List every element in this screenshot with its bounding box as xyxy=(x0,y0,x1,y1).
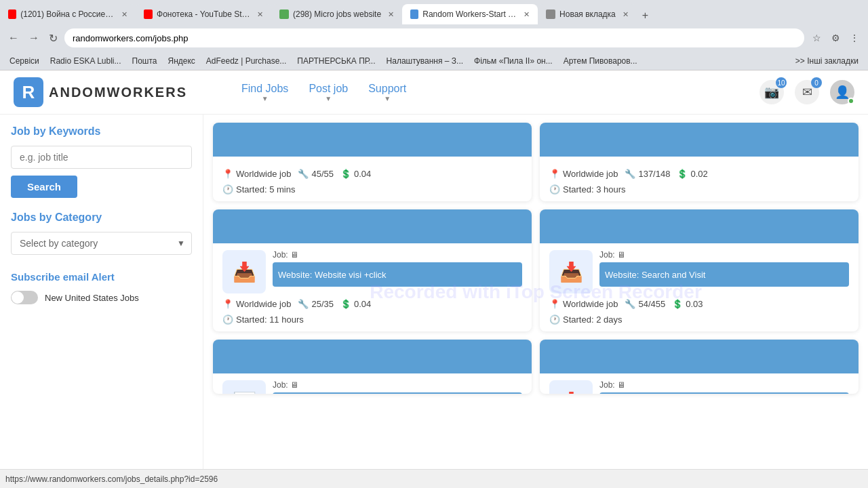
time-text-1: Started: 5 mins xyxy=(236,184,295,195)
bookmark-partner[interactable]: ПАРТНЕРСЬКА ПР... xyxy=(293,55,379,67)
camera-badge: 10 xyxy=(776,77,787,88)
time-icon-2: 🕐 xyxy=(549,184,560,195)
tab-3[interactable]: (298) Micro jobs website ✕ xyxy=(271,4,402,24)
forward-button[interactable]: → xyxy=(26,30,42,45)
location-1: 📍 Worldwide job xyxy=(222,169,291,179)
job-icon-6: 📥 xyxy=(559,391,583,394)
jobs-area: 📍 Worldwide job 🔧 45/55 💲 0.04 xyxy=(203,115,868,402)
job-icon-box-4: 📥 xyxy=(549,250,593,293)
tab-5[interactable]: Новая вкладка ✕ xyxy=(538,4,637,24)
search-button[interactable]: Search xyxy=(11,176,77,198)
job-card-3[interactable]: 📥 Job: 🖥 Website: Website visi +click 📍 xyxy=(213,209,532,331)
tab-favicon-1 xyxy=(8,9,16,19)
bookmark-artem[interactable]: Артем Пивоваров... xyxy=(559,55,642,67)
back-button[interactable]: ← xyxy=(5,30,22,45)
bookmark-poshta[interactable]: Пошта xyxy=(128,55,161,67)
location-text-2: Worldwide job xyxy=(563,169,618,179)
job-icon-4: 📥 xyxy=(559,261,583,283)
location-text-4: Worldwide job xyxy=(563,299,618,309)
user-avatar-wrap[interactable]: 👤 xyxy=(830,80,854,104)
address-bar-row: ← → ↻ ☆ ⚙ ⋮ xyxy=(0,24,868,52)
more-bookmarks-button[interactable]: >> Інші закладки xyxy=(791,55,863,67)
address-input[interactable] xyxy=(64,28,804,47)
slots-2: 🔧 137/148 xyxy=(625,169,670,179)
nav-find-jobs[interactable]: Find Jobs ▼ xyxy=(241,83,288,102)
star-icon[interactable]: ☆ xyxy=(808,30,825,46)
menu-icon[interactable]: ⋮ xyxy=(846,30,863,46)
job-image-row-4: 📥 Job: 🖥 Website: Search and Visit xyxy=(549,250,849,293)
job-card-6[interactable]: 📥 Job: 🖥 Website: Visit 2 Posts xyxy=(540,340,859,394)
sidebar-divider xyxy=(11,198,192,211)
tab-favicon-2 xyxy=(144,9,153,19)
bookmark-yandex[interactable]: Яндекс xyxy=(163,55,199,67)
job-label-wrap-6: Job: 🖥 Website: Visit 2 Posts xyxy=(599,380,849,394)
job-image-row-3: 📥 Job: 🖥 Website: Website visi +click xyxy=(222,250,522,293)
extension-icon[interactable]: ⚙ xyxy=(827,30,844,46)
job-time-2: 🕐 Started: 3 hours xyxy=(549,184,849,195)
tab-favicon-3 xyxy=(279,9,289,19)
job-card-body-1: 📍 Worldwide job 🔧 45/55 💲 0.04 xyxy=(213,157,532,201)
location-2: 📍 Worldwide job xyxy=(549,169,618,179)
job-card-top-1 xyxy=(213,123,532,157)
tab-close-3[interactable]: ✕ xyxy=(388,10,394,19)
time-item-1: 🕐 Started: 5 mins xyxy=(222,184,295,195)
job-card-top-6 xyxy=(540,340,859,373)
slots-icon-2: 🔧 xyxy=(625,169,635,179)
job-card-1[interactable]: 📍 Worldwide job 🔧 45/55 💲 0.04 xyxy=(213,123,532,201)
bookmark-settings[interactable]: Налаштування – З... xyxy=(382,55,468,67)
tab-1[interactable]: (1201) Война с Россией СТР ✕ xyxy=(0,4,136,24)
tab-4[interactable]: Random Workers-Start Your... ✕ xyxy=(402,4,538,24)
job-label-wrap-3: Job: 🖥 Website: Website visi +click xyxy=(273,250,522,287)
main-layout: Job by Keywords Search Jobs by Category … xyxy=(0,115,868,469)
bookmarks-bar: Сервіси Radio ESKA Lubli... Пошта Яндекс… xyxy=(0,52,868,70)
status-bar: https://www.randomworkers.com/jobs_detai… xyxy=(0,469,868,488)
camera-icon-wrap[interactable]: 📷 10 xyxy=(760,80,784,104)
job-label-wrap-5: Job: 🖥 Complete a Survey: Complete a Sur… xyxy=(273,380,522,394)
status-url: https://www.randomworkers.com/jobs_detai… xyxy=(5,474,218,484)
tab-close-1[interactable]: ✕ xyxy=(121,10,127,19)
job-card-5[interactable]: 📊 Job: 🖥 Complete a Survey: Complete a S… xyxy=(213,340,532,394)
job-meta-1: 📍 Worldwide job 🔧 45/55 💲 0.04 xyxy=(222,169,522,179)
nav-post-job[interactable]: Post job ▼ xyxy=(309,83,348,102)
rate-3: 💲 0.04 xyxy=(340,299,371,309)
slots-text-3: 25/35 xyxy=(311,299,334,309)
tab-label-3: (298) Micro jobs website xyxy=(293,9,381,19)
slots-icon-1: 🔧 xyxy=(298,169,309,179)
tab-close-2[interactable]: ✕ xyxy=(257,10,263,19)
job-card-top-2 xyxy=(540,123,859,157)
nav-support[interactable]: Support ▼ xyxy=(368,83,406,102)
slots-3: 🔧 25/35 xyxy=(298,299,334,309)
time-text-2: Started: 3 hours xyxy=(563,184,626,195)
reload-button[interactable]: ↻ xyxy=(46,30,60,46)
tab-close-5[interactable]: ✕ xyxy=(623,10,629,19)
mail-icon-wrap[interactable]: ✉ 0 xyxy=(795,80,819,104)
job-card-body-4: 📥 Job: 🖥 Website: Search and Visit 📍 xyxy=(540,243,859,331)
bookmark-services[interactable]: Сервіси xyxy=(5,55,43,67)
category-select-wrap: Select by category xyxy=(11,232,192,255)
header-right: 📷 10 ✉ 0 👤 xyxy=(760,80,854,104)
rate-text-1: 0.04 xyxy=(354,169,371,179)
job-time-3: 🕐 Started: 11 hours xyxy=(222,314,522,325)
location-icon-2: 📍 xyxy=(549,169,560,179)
subscribe-toggle[interactable] xyxy=(11,291,38,304)
job-card-top-3 xyxy=(213,209,532,243)
tab-favicon-5 xyxy=(546,9,555,19)
job-label-wrap-4: Job: 🖥 Website: Search and Visit xyxy=(599,250,849,287)
new-tab-button[interactable]: + xyxy=(637,7,654,24)
bookmark-film[interactable]: Фільм «Пила II» он... xyxy=(470,55,557,67)
bookmark-radio[interactable]: Radio ESKA Lubli... xyxy=(46,55,125,67)
tab-bar: (1201) Война с Россией СТР ✕ Фонотека - … xyxy=(0,0,868,24)
job-card-4[interactable]: 📥 Job: 🖥 Website: Search and Visit 📍 xyxy=(540,209,859,331)
keywords-section-title: Job by Keywords xyxy=(11,125,192,138)
main-nav: Find Jobs ▼ Post job ▼ Support ▼ xyxy=(241,83,406,102)
bookmark-adfeedz[interactable]: AdFeedz | Purchase... xyxy=(202,55,291,67)
time-icon-1: 🕐 xyxy=(222,184,233,195)
logo[interactable]: R ANDOMWORKERS xyxy=(14,77,187,107)
tab-close-4[interactable]: ✕ xyxy=(524,10,530,19)
toolbar-icons: ☆ ⚙ ⋮ xyxy=(808,30,863,46)
category-select[interactable]: Select by category xyxy=(11,232,192,255)
search-input[interactable] xyxy=(11,146,192,169)
tab-2[interactable]: Фонотека - YouTube Studio ✕ xyxy=(136,4,271,24)
job-card-2[interactable]: 📍 Worldwide job 🔧 137/148 💲 0.02 xyxy=(540,123,859,201)
slots-text-2: 137/148 xyxy=(638,169,670,179)
